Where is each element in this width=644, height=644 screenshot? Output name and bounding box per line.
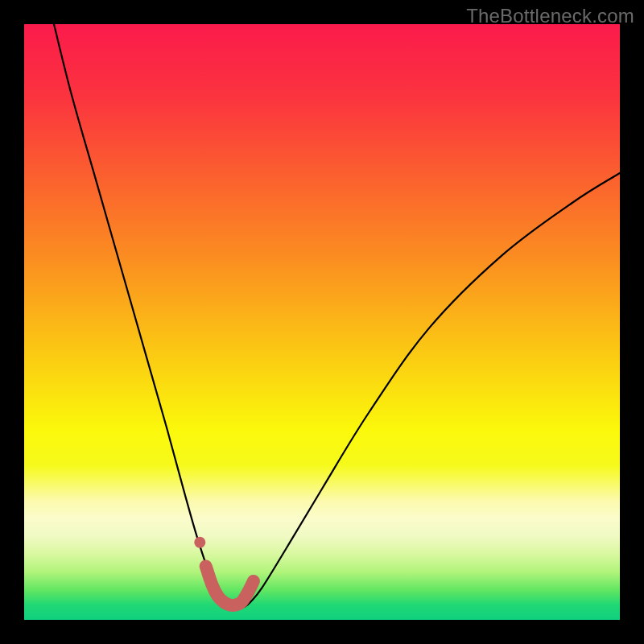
extra-marker-dot — [194, 537, 205, 548]
plot-area — [24, 24, 620, 620]
bottleneck-curve — [54, 24, 620, 609]
curve-layer — [24, 24, 620, 620]
highlighted-range — [206, 566, 254, 605]
chart-frame: TheBottleneck.com — [0, 0, 644, 644]
